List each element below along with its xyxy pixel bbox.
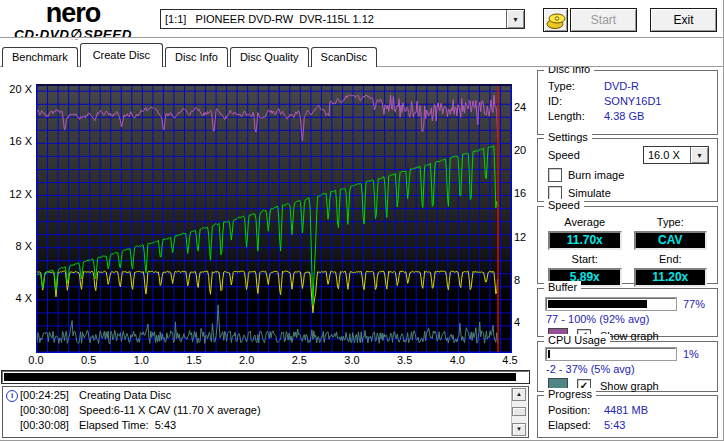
x-axis-label: 2.0 — [231, 354, 263, 366]
scroll-down-icon[interactable]: ▼ — [512, 423, 526, 436]
speed-dropdown-arrow-icon[interactable]: ▼ — [690, 147, 708, 163]
average-label: Average — [548, 216, 622, 228]
tab-disc-info[interactable]: Disc Info — [165, 47, 228, 67]
log-timestamp: [00:30:08] — [20, 418, 69, 433]
x-axis-label: 0.5 — [73, 354, 105, 366]
right-axis-label: 16 — [514, 187, 536, 199]
speed-select[interactable]: 16.0 X ▼ — [643, 146, 709, 164]
y-axis-label: 16 X — [2, 135, 32, 147]
y-axis-label: 8 X — [2, 240, 32, 252]
disc-logo-icon: ∅ — [69, 27, 83, 42]
cpu-usage-title: CPU Usage — [544, 334, 610, 346]
end-label: End: — [634, 253, 708, 265]
logo-speed: SPEED — [84, 27, 132, 42]
log-message: Elapsed Time: 5:43 — [79, 418, 176, 433]
type-label: Type: — [634, 216, 708, 228]
end-speed-value: 11.20x — [634, 268, 708, 287]
cpu-usage-bar — [546, 348, 676, 360]
log-scrollbar[interactable]: ▲ ▼ — [511, 388, 527, 436]
elapsed-value: 5:43 — [604, 419, 711, 431]
right-axis-label: 4 — [514, 316, 536, 328]
log-timestamp: [00:24:25] — [20, 388, 69, 403]
disc-id-label: ID: — [548, 95, 604, 107]
right-axis-label: 12 — [514, 231, 536, 243]
buffer-level-line — [37, 95, 498, 141]
settings-title: Settings — [544, 131, 592, 143]
x-axis-label: 1.5 — [178, 354, 210, 366]
buffer-percent: 77% — [683, 298, 709, 310]
speed-select-value: 16.0 X — [644, 147, 690, 163]
cpu-range-text: -2 - 37% (5% avg) — [538, 360, 717, 375]
y-axis-label: 4 X — [2, 292, 32, 304]
buffer-level-fill — [548, 300, 647, 308]
x-axis-label: 2.5 — [283, 354, 315, 366]
tab-create-disc[interactable]: Create Disc — [80, 43, 163, 67]
dropdown-arrow-icon[interactable]: ▼ — [506, 10, 524, 28]
simulate-label: Simulate — [568, 187, 611, 199]
disc-length-value: 4.38 GB — [604, 110, 711, 122]
buffer-level-bar — [546, 298, 676, 310]
drive-selector-value: [1:1] PIONEER DVD-RW DVR-115L 1.12 — [161, 10, 506, 28]
average-speed-value: 11.70x — [548, 231, 622, 250]
speed-graph — [36, 84, 512, 353]
y-axis-label: 20 X — [2, 83, 32, 95]
exit-button[interactable]: Exit — [650, 8, 717, 32]
info-icon: i — [6, 390, 18, 402]
scrollbar-thumb[interactable] — [512, 407, 526, 416]
scroll-up-icon[interactable]: ▲ — [512, 388, 526, 401]
settings-group: Settings Speed 16.0 X ▼ Burn image Simul… — [537, 138, 718, 202]
tab-scandisc[interactable]: ScanDisc — [311, 47, 377, 67]
nero-cd-dvd-speed-window: nero CD·DVD∅SPEED [1:1] PIONEER DVD-RW D… — [0, 0, 724, 441]
log-line: i[00:24:25]Creating Data Disc — [5, 388, 510, 403]
log-message: Creating Data Disc — [79, 388, 171, 403]
x-axis-label: 4.5 — [494, 354, 526, 366]
burn-image-label: Burn image — [568, 169, 624, 181]
write-type-value: CAV — [634, 231, 708, 250]
right-axis-label: 20 — [514, 144, 536, 156]
nero-logo-text: nero — [2, 0, 144, 27]
position-label: Position: — [548, 404, 604, 416]
tab-bar: BenchmarkCreate DiscDisc InfoDisc Qualit… — [2, 43, 379, 67]
cpu-show-graph-label: Show graph — [600, 380, 659, 392]
start-button[interactable]: Start — [570, 8, 637, 32]
speed-group: Speed Average Type: 11.70x CAV Start: En… — [537, 206, 718, 284]
x-axis-label: 3.0 — [336, 354, 368, 366]
eject-button[interactable] — [543, 8, 568, 32]
disc-type-label: Type: — [548, 80, 604, 92]
disc-length-label: Length: — [548, 110, 604, 122]
x-axis-label: 4.0 — [441, 354, 473, 366]
cpu-usage-group: CPU Usage 1% -2 - 37% (5% avg) ✓ Show gr… — [537, 341, 718, 392]
nero-logo: nero CD·DVD∅SPEED — [2, 0, 144, 42]
drive-selector[interactable]: [1:1] PIONEER DVD-RW DVR-115L 1.12 ▼ — [160, 9, 525, 29]
burn-image-checkbox[interactable] — [548, 168, 562, 182]
progress-group: Progress Position: 4481 MB Elapsed: 5:43 — [537, 395, 718, 438]
position-value: 4481 MB — [604, 404, 711, 416]
progress-title: Progress — [544, 388, 596, 400]
disc-info-group: Disc info Type: DVD-R ID: SONY16D1 Lengt… — [537, 70, 718, 135]
buffer-group-title: Buffer — [544, 281, 581, 293]
write-progress-fill — [4, 373, 516, 381]
cd-dvd-speed-logo-text: CD·DVD∅SPEED — [2, 28, 144, 42]
log-line: [00:30:08]Speed:6-11 X CAV (11.70 X aver… — [5, 403, 510, 418]
eject-disc-icon — [546, 11, 566, 30]
right-axis-label: 24 — [514, 101, 536, 113]
header-divider — [0, 37, 724, 39]
write-progress-bar — [2, 371, 529, 383]
right-axis-label: 8 — [514, 274, 536, 286]
speed-setting-label: Speed — [548, 149, 643, 161]
start-label: Start: — [548, 253, 622, 265]
log-panel: i[00:24:25]Creating Data Disc[00:30:08]S… — [2, 386, 529, 438]
x-axis-label: 3.5 — [389, 354, 421, 366]
log-timestamp: [00:30:08] — [20, 403, 69, 418]
disc-id-value: SONY16D1 — [604, 95, 711, 107]
cpu-percent: 1% — [683, 348, 709, 360]
y-axis-label: 12 X — [2, 188, 32, 200]
elapsed-label: Elapsed: — [548, 419, 604, 431]
log-line: [00:30:08]Elapsed Time: 5:43 — [5, 418, 510, 433]
simulate-checkbox[interactable] — [548, 186, 562, 200]
tab-benchmark[interactable]: Benchmark — [2, 47, 78, 67]
buffer-range-text: 77 - 100% (92% avg) — [538, 310, 717, 325]
x-axis-label: 0.0 — [20, 354, 52, 366]
tab-disc-quality[interactable]: Disc Quality — [230, 47, 309, 67]
logo-cddvd: CD·DVD — [14, 27, 70, 42]
